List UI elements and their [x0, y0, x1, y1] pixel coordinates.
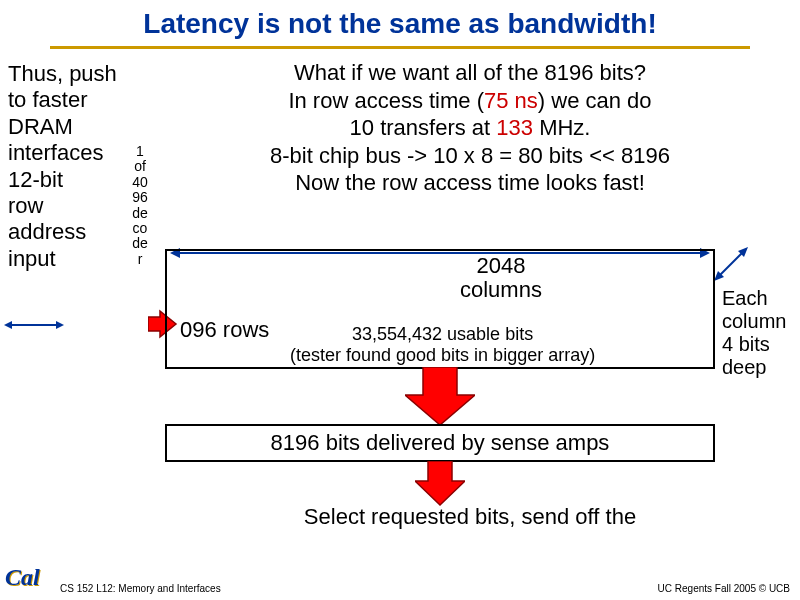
- e2: column: [722, 310, 786, 333]
- q3b: 133: [496, 115, 539, 140]
- q2a: In row access time (: [288, 88, 484, 113]
- d2: of: [130, 159, 150, 174]
- q2: In row access time (75 ns) we can do: [190, 87, 750, 115]
- l1: Thus, push: [8, 61, 138, 87]
- q3c: MHz.: [539, 115, 590, 140]
- columns-label: 2048 columns: [460, 254, 542, 302]
- svg-line-7: [718, 251, 744, 277]
- q5: Now the row access time looks fast!: [190, 169, 750, 197]
- q4: 8-bit chip bus -> 10 x 8 = 80 bits << 81…: [190, 142, 750, 170]
- usable2: (tester found good bits in bigger array): [290, 345, 595, 366]
- l6: row: [8, 193, 138, 219]
- svg-marker-11: [415, 461, 465, 505]
- rows-label: 096 rows: [180, 317, 269, 343]
- select-text: Select requested bits, send off the: [220, 504, 720, 530]
- svg-marker-3: [56, 321, 64, 329]
- left-commentary: Thus, push to faster DRAM interfaces 12-…: [8, 61, 138, 272]
- d7: de: [130, 236, 150, 251]
- decoder-label: 1 of 40 96 de co de r: [130, 144, 150, 267]
- l2: to faster: [8, 87, 138, 113]
- cols-word: columns: [460, 278, 542, 302]
- cols-num: 2048: [460, 254, 542, 278]
- usable-bits: 33,554,432 usable bits (tester found goo…: [290, 324, 595, 365]
- q1: What if we want all of the 8196 bits?: [190, 59, 750, 87]
- cal-logo: Cal: [5, 564, 55, 596]
- double-arrow-icon: [4, 317, 64, 333]
- l7: address: [8, 219, 138, 245]
- e3: 4 bits: [722, 333, 786, 356]
- sense-text: 8196 bits delivered by sense amps: [271, 430, 610, 456]
- each-column-label: Each column 4 bits deep: [722, 287, 786, 379]
- footer-right: UC Regents Fall 2005 © UCB: [658, 583, 790, 594]
- svg-marker-10: [405, 367, 475, 425]
- e4: deep: [722, 356, 786, 379]
- sense-amps-box: 8196 bits delivered by sense amps: [165, 424, 715, 462]
- q2b: 75 ns: [484, 88, 538, 113]
- content-area: Thus, push to faster DRAM interfaces 12-…: [0, 49, 800, 549]
- arrow-down-icon: [415, 461, 465, 507]
- e1: Each: [722, 287, 786, 310]
- usable1: 33,554,432 usable bits: [290, 324, 595, 345]
- d8: r: [130, 252, 150, 267]
- q3: 10 transfers at 133 MHz.: [190, 114, 750, 142]
- q3a: 10 transfers at: [350, 115, 497, 140]
- q2c: ) we can do: [538, 88, 652, 113]
- l5: 12-bit: [8, 167, 138, 193]
- l4: interfaces: [8, 140, 138, 166]
- d6: co: [130, 221, 150, 236]
- l3: DRAM: [8, 114, 138, 140]
- depth-arrow-icon: [712, 245, 752, 285]
- d5: de: [130, 206, 150, 221]
- d4: 96: [130, 190, 150, 205]
- slide-title: Latency is not the same as bandwidth!: [0, 0, 800, 44]
- question-block: What if we want all of the 8196 bits? In…: [190, 59, 750, 197]
- d1: 1: [130, 144, 150, 159]
- arrow-down-icon: [405, 367, 475, 427]
- svg-marker-2: [4, 321, 12, 329]
- cal-text: Cal: [5, 564, 40, 590]
- l8: input: [8, 246, 138, 272]
- d3: 40: [130, 175, 150, 190]
- footer-left: CS 152 L12: Memory and Interfaces: [60, 583, 221, 594]
